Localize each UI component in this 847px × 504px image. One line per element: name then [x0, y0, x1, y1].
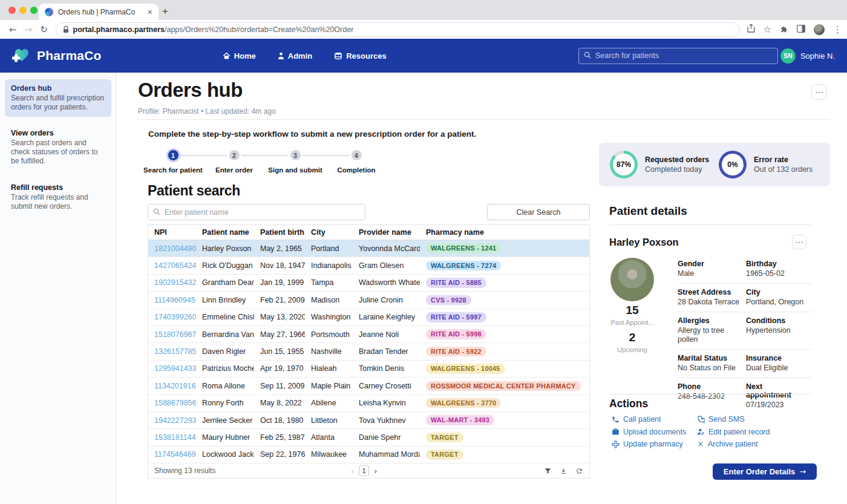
- pharmacy-badge: RITE AID - 5922: [426, 347, 486, 357]
- page-number[interactable]: 1: [359, 465, 369, 476]
- npi-link[interactable]: 1174546469: [154, 450, 196, 459]
- sidebar-item-refill-requests[interactable]: Refill requestsTrack refill requests and…: [5, 178, 111, 216]
- table-row[interactable]: 1114960945Linn BrindleyFeb 21, 2009Madis…: [148, 292, 589, 309]
- browser-tab[interactable]: Orders hub | PharmaCo ×: [39, 4, 159, 20]
- npi-link[interactable]: 1588679856: [154, 399, 196, 407]
- nav-item-admin[interactable]: Admin: [278, 51, 312, 61]
- browser-profile-avatar[interactable]: [814, 24, 825, 35]
- table-row[interactable]: 1326157785Daven RiglerJun 15, 1955Nashvi…: [148, 343, 589, 360]
- table-row[interactable]: 1295941433Patrizius MocherApr 19, 1970Hi…: [148, 361, 589, 378]
- npi-link[interactable]: 1902915432: [154, 278, 196, 287]
- cell: Carney Crosetti: [353, 382, 420, 390]
- action-send-sms[interactable]: Send SMS: [697, 415, 770, 424]
- table-row[interactable]: 1588679856Ronny ForthMay 8, 2022AbileneL…: [148, 395, 589, 412]
- tab-close-icon[interactable]: ×: [148, 7, 152, 17]
- cell: Feb 21, 2009: [254, 296, 305, 304]
- clear-search-button[interactable]: Clear Search: [487, 204, 590, 220]
- refresh-icon[interactable]: [575, 467, 583, 475]
- field-value: 07/19/2023: [746, 401, 809, 410]
- step-number: 4: [352, 150, 362, 160]
- window-zoom-button[interactable]: [30, 7, 38, 14]
- sidebar-item-desc: Track refill requests and submit new ord…: [11, 193, 105, 211]
- back-icon[interactable]: ←: [5, 24, 21, 35]
- sidebar-item-view-orders[interactable]: View ordersSearch past orders and check …: [5, 124, 111, 171]
- table-row[interactable]: 1942227293Jerrilee SeckerOct 18, 1980Lit…: [148, 412, 589, 429]
- npi-link[interactable]: 1942227293: [154, 416, 196, 425]
- window-minimize-button[interactable]: [19, 7, 27, 14]
- field-label: Insurance: [746, 354, 809, 362]
- cell: Jerrilee Secker: [196, 416, 254, 425]
- bookmark-star-icon[interactable]: ☆: [764, 24, 771, 35]
- table-row[interactable]: 1821004490Harley PoxsonMay 2, 1965Portla…: [148, 240, 589, 257]
- table-row[interactable]: 1902915432Grantham Deam...Jan 19, 1999Ta…: [148, 275, 589, 292]
- table-footer: Showing 13 results ‹ 1 ›: [148, 463, 589, 478]
- table-row[interactable]: 1174546469Lockwood JackeSep 22, 1976Milw…: [148, 447, 589, 463]
- user-menu[interactable]: SN Sophie N.: [780, 48, 835, 64]
- reload-icon[interactable]: ↻: [36, 24, 52, 35]
- cell: Rick O'Duggan: [196, 261, 254, 270]
- npi-link[interactable]: 1114960945: [154, 296, 195, 304]
- cell: Atlanta: [305, 433, 353, 442]
- table-row[interactable]: 1538181144Maury HubnerFeb 25, 1987Atlant…: [148, 429, 589, 446]
- header-search-input[interactable]: [595, 51, 773, 60]
- action-edit-patient-record[interactable]: Edit patient record: [697, 428, 770, 436]
- cell: Lockwood Jacke: [196, 450, 254, 459]
- side-panel-icon[interactable]: [797, 24, 805, 35]
- address-bar[interactable]: portal.pharmaco.partners/apps/Orders%20h…: [56, 22, 740, 37]
- stepper: 1Search for patient2Enter order3Sign and…: [148, 150, 427, 182]
- download-icon[interactable]: [560, 467, 567, 475]
- cell: Oct 18, 1980: [254, 416, 305, 425]
- action-call-patient[interactable]: Call patient: [612, 415, 697, 424]
- patient-more-button[interactable]: ⋯: [792, 235, 806, 249]
- prev-page-icon[interactable]: ‹: [351, 466, 354, 476]
- field-value: Allergy to tree pollen: [678, 326, 744, 344]
- next-page-icon[interactable]: ›: [374, 466, 377, 476]
- table-row[interactable]: 1518076967Bernardina Van ...May 27, 1966…: [148, 326, 589, 343]
- pharmacy-badge: RITE AID - 5885: [426, 278, 486, 288]
- nav-item-home[interactable]: Home: [223, 51, 256, 61]
- app-header: PharmaCo HomeAdminResources SN Sophie N.: [0, 39, 847, 73]
- nav-item-resources[interactable]: Resources: [334, 51, 386, 61]
- action-label: Send SMS: [708, 415, 745, 424]
- cell: Littleton: [305, 416, 353, 425]
- field-label: City: [746, 288, 809, 296]
- action-upload-documents[interactable]: Upload documents: [612, 428, 697, 436]
- pharmacy-badge: RITE AID - 5997: [426, 312, 486, 322]
- brand[interactable]: PharmaCo: [11, 45, 102, 67]
- npi-link[interactable]: 1134201916: [154, 382, 196, 390]
- filter-icon[interactable]: [544, 467, 552, 475]
- table-row[interactable]: 1427065424Rick O'DugganNov 18, 1947India…: [148, 257, 589, 274]
- header-search[interactable]: [578, 48, 778, 64]
- npi-link[interactable]: 1326157785: [154, 347, 196, 356]
- pharmacy-badge: WAL-MART - 3493: [426, 415, 494, 425]
- table-row[interactable]: 1134201916Roma AlloneSep 11, 2009Maple P…: [148, 378, 589, 394]
- patient-search-input[interactable]: [165, 208, 360, 217]
- field-label: Marital Status: [678, 354, 744, 362]
- sidebar-item-orders-hub[interactable]: Orders hubSearch and fulfill prescriptio…: [5, 79, 111, 117]
- npi-link[interactable]: 1295941433: [154, 364, 196, 373]
- action-update-pharmacy[interactable]: Update pharmacy: [612, 440, 697, 448]
- action-archive-patient[interactable]: Archive patient: [697, 440, 770, 448]
- cell: Nashville: [305, 347, 353, 356]
- new-tab-button[interactable]: +: [162, 5, 168, 18]
- step-label: Completion: [326, 166, 387, 174]
- pharmacy-badge: TARGET: [426, 450, 463, 460]
- npi-link[interactable]: 1538181144: [154, 433, 196, 442]
- patient-search-field[interactable]: [148, 204, 365, 220]
- cell: Indianapolis: [305, 261, 353, 270]
- table-row[interactable]: 1740399260Emmeline ChishullMay 13, 2020W…: [148, 309, 589, 326]
- enter-order-details-button[interactable]: Enter Order Details →: [713, 463, 817, 480]
- update-pharmacy-icon: [612, 440, 620, 448]
- forward-icon[interactable]: →: [21, 24, 36, 35]
- npi-link[interactable]: 1821004490: [154, 244, 196, 253]
- table-body: 1821004490Harley PoxsonMay 2, 1965Portla…: [148, 240, 589, 463]
- cell: Patrizius Mocher: [196, 364, 254, 373]
- npi-link[interactable]: 1518076967: [154, 330, 196, 339]
- extensions-icon[interactable]: [780, 24, 788, 35]
- share-icon[interactable]: [747, 24, 755, 35]
- browser-menu-icon[interactable]: ⋮: [833, 24, 842, 35]
- window-close-button[interactable]: [8, 7, 16, 14]
- npi-link[interactable]: 1427065424: [154, 261, 196, 270]
- step-label: Search for patient: [143, 166, 203, 174]
- npi-link[interactable]: 1740399260: [154, 313, 196, 321]
